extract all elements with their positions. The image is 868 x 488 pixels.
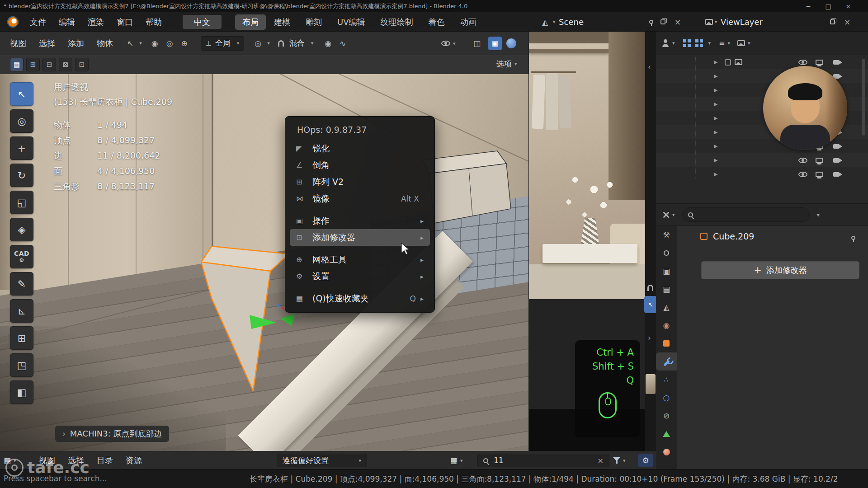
collapse-left-icon[interactable]: ‹ (648, 62, 651, 71)
properties-tab-physics[interactable]: ○ (656, 389, 677, 407)
eye-icon[interactable] (798, 172, 807, 177)
magnet-icon[interactable] (278, 40, 284, 47)
workspace-tab[interactable]: 建模 (267, 14, 297, 30)
maximize-button[interactable]: □ (819, 0, 837, 12)
options-dropdown[interactable]: 选项 ▾ (496, 59, 517, 69)
object-breadcrumb[interactable]: Cube.209 (700, 231, 754, 241)
blender-logo-icon[interactable] (7, 16, 19, 28)
camera-icon[interactable] (833, 144, 840, 149)
pin-icon[interactable] (851, 236, 855, 240)
scene-name[interactable]: Scene (559, 17, 584, 27)
visibility-dropdown[interactable]: ▾ (441, 32, 456, 55)
object-name[interactable]: Cube.209 (713, 231, 754, 241)
scene-selector[interactable]: ◭ ▾ Scene (539, 12, 584, 32)
properties-tab-tool[interactable]: ⚒ (656, 226, 677, 244)
clear-search-icon[interactable]: × (598, 456, 604, 465)
expand-arrow-icon[interactable]: ▶ (714, 115, 725, 121)
expand-arrow-icon[interactable]: ▶ (714, 101, 725, 107)
properties-tab-particles[interactable]: ∴ (656, 371, 677, 389)
viewlayer-name[interactable]: ViewLayer (721, 17, 763, 27)
properties-tab-data[interactable] (656, 425, 677, 443)
settings-gear-button[interactable]: ⚙ (638, 454, 653, 467)
snap-dropdown[interactable]: 混合 ▾ (278, 38, 314, 48)
scale-tool-button[interactable]: ◱ (10, 191, 33, 214)
minimize-button[interactable]: ─ (799, 0, 817, 12)
expand-arrow-icon[interactable]: ▶ (714, 171, 725, 177)
chevron-down-icon[interactable]: ▾ (817, 211, 820, 218)
eye-icon[interactable] (798, 158, 807, 163)
display-mode-dropdown[interactable]: ≡▾ (719, 39, 730, 47)
select-mode-invert-icon[interactable]: ⊠ (59, 58, 72, 71)
expand-arrow-icon[interactable]: ▶ (714, 157, 725, 163)
magnet-icon[interactable] (647, 285, 653, 291)
rotate-tool-button[interactable]: ↻ (10, 164, 33, 187)
properties-tab-render[interactable] (656, 244, 677, 262)
expand-arrow-icon[interactable]: ▶ (714, 143, 725, 149)
shading-solid-icon[interactable] (506, 38, 516, 48)
viewport-menu-item[interactable]: 添加 (61, 38, 90, 49)
search-value[interactable]: 11 (494, 456, 598, 465)
image-thumbnail[interactable] (646, 374, 656, 394)
properties-tab-constraints[interactable]: ⊘ (656, 407, 677, 425)
move-tool-button[interactable]: + (10, 136, 33, 160)
delete-scene-icon[interactable]: × (675, 18, 681, 27)
xray-toggle-icon[interactable]: ▣ (488, 37, 502, 50)
monitor-icon[interactable] (816, 172, 823, 177)
outliner-filter-dropdown[interactable]: ▾ (661, 39, 675, 47)
workspace-tab[interactable]: UV编辑 (330, 14, 373, 30)
viewlayer-selector[interactable]: ▾ ViewLayer (705, 12, 763, 32)
add-primitive-tool-button[interactable]: ◳ (10, 353, 33, 377)
outliner-row[interactable]: ▶ (656, 153, 868, 167)
monitor-icon[interactable] (816, 158, 823, 163)
select-mode-new-icon[interactable]: ▦ (10, 58, 24, 71)
orientation-dropdown[interactable]: ⊥ 全局 ▾ (201, 36, 245, 51)
menu-item[interactable]: 渲染 (81, 17, 110, 28)
asset-menu-item[interactable]: 目录 (90, 455, 119, 466)
collection-grid-icon[interactable] (683, 39, 686, 42)
transform-tool-button[interactable]: ◈ (10, 218, 33, 241)
select-mode-extend-icon[interactable]: ⊞ (26, 58, 40, 71)
viewport-menu-item[interactable]: 视图 (4, 38, 33, 49)
menu-item[interactable]: 文件 (24, 17, 52, 28)
image-mode-dropdown[interactable]: ▾ (737, 40, 750, 46)
hops-item-sharpen[interactable]: ◤锐化 (290, 140, 430, 157)
expand-right-icon[interactable]: › (648, 333, 651, 343)
chevron-down-icon[interactable]: ▾ (708, 40, 711, 46)
filter-dropdown[interactable]: ▾ (613, 454, 626, 467)
gizmo-move-icon[interactable]: ◉ (151, 39, 158, 48)
properties-context-dropdown[interactable]: ▾ (662, 211, 675, 218)
workspace-tab[interactable]: 布局 (235, 14, 266, 30)
properties-tab-scene[interactable]: ◭ (656, 298, 677, 316)
properties-tab-world[interactable]: ◉ (656, 316, 677, 334)
new-viewlayer-icon[interactable] (830, 19, 835, 24)
workspace-tab[interactable]: 动画 (453, 14, 484, 30)
expand-arrow-icon[interactable]: ▶ (714, 73, 725, 79)
camera-icon[interactable] (833, 172, 840, 177)
viewport-menu-item[interactable]: 物体 (90, 38, 119, 49)
pin-icon[interactable] (649, 20, 653, 24)
hops-item-mirror[interactable]: ⋈镜像Alt X (290, 190, 430, 207)
viewport-menu-item[interactable]: 选择 (33, 38, 61, 49)
pivot-dropdown[interactable]: ◎▾ (251, 39, 269, 48)
workspace-tab[interactable]: 雕刻 (298, 14, 329, 30)
properties-tab-material[interactable] (656, 443, 677, 461)
annotate-tool-button[interactable]: ✎ (10, 272, 33, 296)
gizmo-scale-icon[interactable]: ⊕ (181, 39, 187, 48)
hops-item-settings[interactable]: ⚙设置▸ (290, 268, 430, 285)
proportional-edit-icon[interactable]: ◉ (325, 39, 331, 48)
overlays-icon[interactable]: ◫ (473, 39, 481, 48)
hops-item-array-v2[interactable]: ⊞阵列 V2 (290, 174, 430, 190)
asset-menu-item[interactable]: 资源 (119, 455, 148, 466)
language-button[interactable]: 中文 (183, 15, 222, 29)
expand-arrow-icon[interactable]: ▶ (714, 129, 725, 135)
outliner-row[interactable]: ▶ (656, 167, 868, 181)
menu-item[interactable]: 编辑 (52, 17, 81, 28)
cursor-tool-button[interactable]: ◎ (10, 109, 33, 133)
expand-arrow-icon[interactable]: ▶ (714, 59, 725, 65)
cad-transform-tool-button[interactable]: CAD⚙ (10, 245, 33, 268)
outliner-row[interactable]: ▶ (656, 55, 868, 69)
catalog-filter-dropdown[interactable]: 遵循偏好设置 ▾ (277, 454, 367, 467)
outliner-row[interactable]: ▶ (656, 139, 868, 153)
properties-tab-modifiers[interactable] (656, 352, 677, 371)
active-tool-badge[interactable]: ↖ (644, 296, 657, 313)
